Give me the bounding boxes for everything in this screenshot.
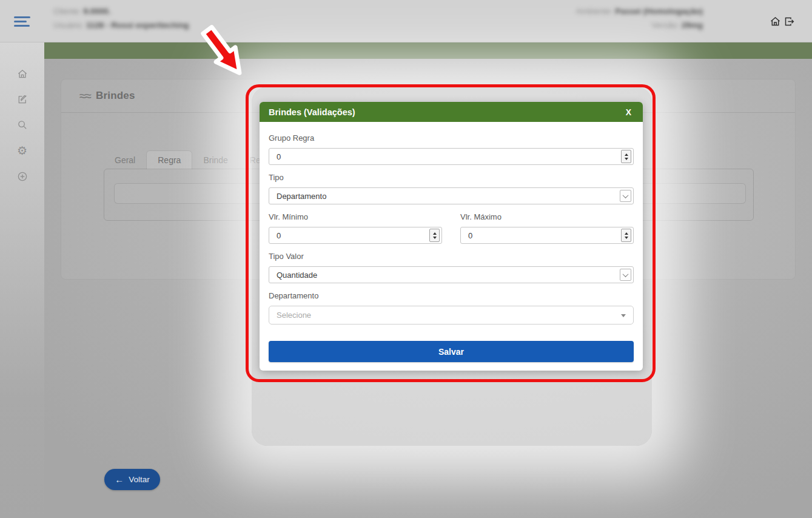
field-departamento: Departamento Selecione: [269, 291, 634, 325]
salvar-button[interactable]: Salvar: [269, 341, 634, 362]
tipo-select[interactable]: Departamento: [269, 187, 634, 204]
tipo-valor-select-value: Quantidade: [277, 271, 317, 280]
tab-geral[interactable]: Geral: [104, 151, 146, 169]
vlr-minimo-input[interactable]: [269, 227, 442, 244]
modal-header: Brindes (Validações) X: [260, 102, 643, 122]
field-tipo: Tipo Departamento: [269, 173, 634, 204]
home-icon[interactable]: [770, 16, 781, 27]
hamburger-menu-icon[interactable]: [14, 16, 31, 27]
env-label: Ambiente:: [576, 7, 613, 16]
vlr-minimo-input-value[interactable]: [277, 227, 441, 243]
field-vlr-maximo: Vlr. Máximo: [460, 212, 634, 244]
page-green-banner: [44, 42, 812, 59]
modal-title: Brindes (Validações): [269, 107, 355, 117]
field-vlr-minimo: Vlr. Mínimo: [269, 212, 442, 244]
vlr-maximo-input[interactable]: [460, 227, 634, 244]
logout-icon[interactable]: [783, 16, 795, 27]
home-icon[interactable]: [16, 68, 29, 80]
voltar-button[interactable]: ← Voltar: [104, 469, 160, 490]
client-value: 9.0000.: [84, 7, 111, 16]
departamento-label: Departamento: [269, 291, 634, 300]
chevron-down-icon[interactable]: [620, 269, 631, 281]
grupo-regra-label: Grupo Regra: [269, 133, 634, 143]
close-icon[interactable]: X: [623, 106, 634, 118]
search-icon[interactable]: [16, 119, 29, 131]
page-title: Brindes: [96, 90, 135, 102]
client-user-info-blurred: Cliente: 9.0000. Usuário: 1128 - Rossi e…: [53, 7, 189, 35]
grupo-regra-input-value[interactable]: [277, 149, 633, 164]
version-value: 29mg: [682, 21, 703, 30]
field-grupo-regra: Grupo Regra: [269, 133, 634, 165]
version-label: Versão:: [651, 21, 679, 30]
back-arrow-icon: ←: [115, 475, 124, 484]
voltar-button-label: Voltar: [129, 475, 150, 484]
top-header-bar: Cliente: 9.0000. Usuário: 1128 - Rossi e…: [0, 0, 812, 42]
env-version-info-blurred: Ambiente: Passei (Homologação) Versão: 2…: [576, 7, 703, 35]
plus-circle-icon[interactable]: [16, 170, 29, 183]
waves-icon: ≈≈: [79, 89, 90, 103]
edit-icon[interactable]: [16, 93, 29, 106]
number-spinner-icon[interactable]: [621, 150, 631, 163]
modal-body: Grupo Regra Tipo Departamento Vlr. Mínim…: [260, 122, 643, 362]
env-value: Passei (Homologação): [615, 7, 703, 16]
tipo-valor-label: Tipo Valor: [269, 252, 634, 261]
number-spinner-icon[interactable]: [621, 229, 631, 242]
grupo-regra-input[interactable]: [269, 148, 634, 165]
tab-regra[interactable]: Regra: [146, 150, 192, 169]
user-label: Usuário:: [53, 21, 84, 30]
tipo-select-value: Departamento: [277, 192, 326, 201]
user-value: 1128 - Rossi experiteching: [86, 21, 189, 30]
tab-brinde[interactable]: Brinde: [192, 151, 238, 169]
vlr-maximo-input-value[interactable]: [468, 227, 633, 243]
tipo-valor-select[interactable]: Quantidade: [269, 266, 634, 283]
vlr-maximo-label: Vlr. Máximo: [460, 212, 634, 221]
number-spinner-icon[interactable]: [429, 229, 440, 242]
caret-down-icon: [621, 314, 626, 317]
gear-icon[interactable]: ⚙: [16, 144, 29, 156]
vlr-minimo-label: Vlr. Mínimo: [269, 212, 442, 221]
field-tipo-valor: Tipo Valor Quantidade: [269, 252, 634, 283]
tipo-label: Tipo: [269, 173, 634, 182]
departamento-select[interactable]: Selecione: [269, 306, 634, 325]
field-row-vlr: Vlr. Mínimo Vlr. Máximo: [269, 212, 634, 244]
brindes-validacoes-modal: Brindes (Validações) X Grupo Regra Tipo …: [260, 102, 643, 371]
chevron-down-icon[interactable]: [620, 190, 631, 202]
client-label: Cliente:: [53, 7, 81, 16]
sidebar-nav: ⚙: [0, 42, 44, 518]
departamento-placeholder: Selecione: [277, 311, 311, 320]
